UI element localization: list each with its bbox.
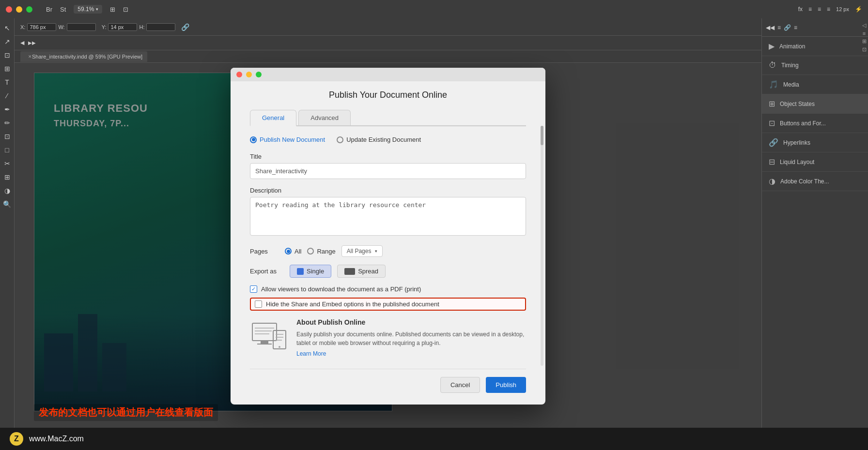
side-icon-1[interactable]: ◁ xyxy=(862,22,866,29)
panel-menu-icon[interactable]: ≡ xyxy=(794,24,797,31)
tab-general[interactable]: General xyxy=(250,110,296,126)
collapse-icon[interactable]: ≡ xyxy=(777,24,781,31)
y-label: Y: xyxy=(102,24,107,30)
text-tool[interactable]: T xyxy=(1,76,13,88)
pages-all-option[interactable]: All xyxy=(285,248,301,255)
pencil-tool[interactable]: ✏ xyxy=(1,117,13,129)
y-input[interactable] xyxy=(108,23,137,31)
free-transform-tool[interactable]: ⊞ xyxy=(1,171,13,183)
panel-item-timing[interactable]: ⏱ Timing xyxy=(762,56,868,75)
titlebar-center: Br St 59.1% ▾ ⊞ ⊡ xyxy=(46,5,128,14)
w-input[interactable] xyxy=(67,23,96,31)
allow-pdf-row: ✓ Allow viewers to download the document… xyxy=(250,285,526,293)
cancel-button[interactable]: Cancel xyxy=(440,377,480,393)
panel-item-animation[interactable]: ▶ Animation xyxy=(762,37,868,56)
update-existing-radio[interactable] xyxy=(337,136,343,143)
modal-maximize-button[interactable] xyxy=(256,72,262,77)
allow-pdf-checkbox[interactable]: ✓ xyxy=(250,285,257,293)
pages-all-label: All xyxy=(294,248,301,255)
expand-left-icon[interactable]: ◀◀ xyxy=(766,24,775,31)
select-tool[interactable]: ↖ xyxy=(1,22,13,34)
link-icon[interactable]: 🔗 xyxy=(784,24,791,31)
zoom-tool[interactable]: 🔍 xyxy=(1,198,13,210)
description-input[interactable]: Poetry reading at the library resource c… xyxy=(250,197,526,236)
align-center-icon[interactable]: ≡ xyxy=(818,6,821,13)
x-input[interactable] xyxy=(27,23,56,31)
modal-scrollbar[interactable] xyxy=(541,126,543,366)
title-label: Title xyxy=(250,153,526,160)
watermark-url: www.MacZ.com xyxy=(29,435,84,443)
bridge-icon[interactable]: Br xyxy=(46,6,52,13)
panel-item-object-states[interactable]: ⊞ Object States xyxy=(762,94,868,114)
canvas-area: ✕ Share_interactivity.indd @ 59% [GPU Pr… xyxy=(15,50,761,450)
left-toolbar: ↖ ↗ ⊡ ⊞ T ∕ ✒ ✏ ⊡ □ ✂ ⊞ ◑ 🔍 ⊠ xyxy=(0,18,15,450)
document-tab[interactable]: ✕ Share_interactivity.indd @ 59% [GPU Pr… xyxy=(20,51,147,62)
buttons-forms-icon: ⊡ xyxy=(769,119,775,128)
pages-range-radio[interactable] xyxy=(307,248,314,255)
stock-icon[interactable]: St xyxy=(60,6,66,13)
side-icon-2[interactable]: ≡ xyxy=(863,30,866,36)
coords-group: X: W: xyxy=(20,23,96,31)
pen-tool[interactable]: ✒ xyxy=(1,104,13,115)
modal-close-button[interactable] xyxy=(236,72,242,77)
modal-titlebar xyxy=(231,68,545,81)
panel-item-liquid-layout[interactable]: ⊟ Liquid Layout xyxy=(762,152,868,172)
title-input[interactable] xyxy=(250,163,526,179)
zoom-chevron: ▾ xyxy=(96,7,98,12)
gradient-tool[interactable]: ◑ xyxy=(1,185,13,196)
expand-icon[interactable]: ⚡ xyxy=(855,6,862,13)
maximize-button[interactable] xyxy=(26,6,32,13)
panel-item-media[interactable]: 🎵 Media xyxy=(762,75,868,94)
right-panel: Digital Publishing ▾ ◀◀ ≡ 🔗 ≡ ▶ Animatio… xyxy=(761,0,868,450)
canvas-content: LIBRARY RESOU THURSDAY, 7P... Publish Yo… xyxy=(15,63,761,450)
fx-icon[interactable]: fx xyxy=(798,6,803,13)
align-right-icon[interactable]: ≡ xyxy=(827,6,830,13)
tab-bar: ✕ Share_interactivity.indd @ 59% [GPU Pr… xyxy=(15,50,761,63)
layout-icon[interactable]: ⊞ xyxy=(110,6,115,13)
gap-tool[interactable]: ⊞ xyxy=(1,63,13,75)
pages-dropdown[interactable]: All Pages ▾ xyxy=(341,245,383,257)
pages-all-radio[interactable] xyxy=(285,248,292,255)
h-input[interactable] xyxy=(146,23,175,31)
scissors-tool[interactable]: ✂ xyxy=(1,158,13,169)
learn-more-link[interactable]: Learn More xyxy=(296,350,526,357)
panel-item-hyperlinks[interactable]: 🔗 Hyperlinks xyxy=(762,133,868,152)
line-tool[interactable]: ∕ xyxy=(1,90,13,102)
modal-minimize-button[interactable] xyxy=(246,72,252,77)
side-icon-4[interactable]: ⊡ xyxy=(862,46,867,53)
pages-row: Pages All Range All xyxy=(250,245,526,257)
panel-item-adobe-color[interactable]: ◑ Adobe Color The... xyxy=(762,172,868,191)
page-tool[interactable]: ⊡ xyxy=(1,49,13,61)
align-left-icon[interactable]: ≡ xyxy=(808,6,812,13)
nav-expand[interactable]: ▶▶ xyxy=(28,40,36,45)
constrain-icon[interactable]: 🔗 xyxy=(181,23,189,31)
publish-new-option[interactable]: Publish New Document xyxy=(250,136,325,143)
publish-modal: Publish Your Document Online General Adv… xyxy=(231,68,545,405)
export-single-btn[interactable]: Single xyxy=(290,265,331,278)
hide-share-checkbox[interactable] xyxy=(255,300,262,308)
zoom-control[interactable]: 59.1% ▾ xyxy=(74,5,102,14)
export-spread-btn[interactable]: Spread xyxy=(337,265,386,278)
modal-buttons: Cancel Publish xyxy=(250,369,526,393)
rect-tool[interactable]: □ xyxy=(1,144,13,156)
zoom-value: 59.1% xyxy=(78,6,94,13)
publish-new-radio[interactable] xyxy=(250,136,257,143)
publish-button[interactable]: Publish xyxy=(486,377,526,393)
rect-frame-tool[interactable]: ⊡ xyxy=(1,131,13,142)
modal-scrollbar-thumb[interactable] xyxy=(541,126,543,145)
panel-item-buttons-forms[interactable]: ⊡ Buttons and For... xyxy=(762,114,868,133)
tab-advanced[interactable]: Advanced xyxy=(298,110,351,125)
direct-select-tool[interactable]: ↗ xyxy=(1,36,13,47)
nav-arrow-left[interactable]: ◀ xyxy=(20,40,24,46)
side-icon-3[interactable]: ⊞ xyxy=(862,38,867,45)
pages-range-option[interactable]: Range xyxy=(307,248,335,255)
svg-rect-1 xyxy=(261,341,268,344)
tab-close-icon[interactable]: ✕ xyxy=(28,54,32,59)
close-button[interactable] xyxy=(6,6,12,13)
export-label: Export as xyxy=(250,268,284,275)
publish-options-row: Publish New Document Update Existing Doc… xyxy=(250,136,526,143)
minimize-button[interactable] xyxy=(16,6,22,13)
frame-icon[interactable]: ⊡ xyxy=(123,6,128,13)
update-existing-option[interactable]: Update Existing Document xyxy=(337,136,421,143)
modal-title: Publish Your Document Online xyxy=(250,90,526,100)
